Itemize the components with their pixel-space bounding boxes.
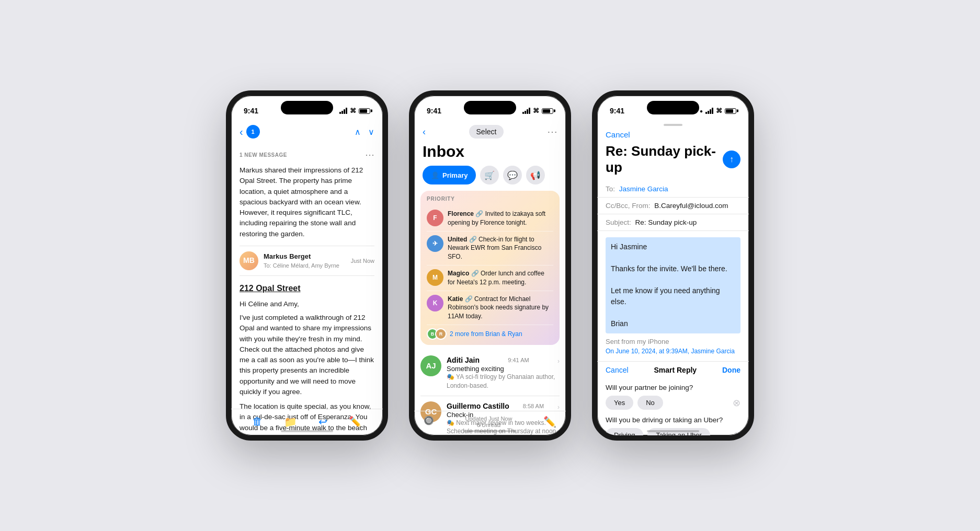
to-label: To: bbox=[606, 185, 615, 193]
priority-avatar-katie: K bbox=[427, 295, 443, 311]
cancel-button[interactable]: Cancel bbox=[606, 130, 630, 139]
q2-close-button[interactable]: ⊗ bbox=[733, 430, 740, 436]
more-options-inbox[interactable]: ⋯ bbox=[547, 125, 557, 138]
battery-icon-1 bbox=[359, 108, 370, 114]
inbox-header-guillermo: Guillermo Castillo 8:58 AM › bbox=[447, 401, 560, 411]
nav-right-1: ∧ ∨ bbox=[355, 127, 374, 137]
priority-name-katie: Katie bbox=[448, 295, 463, 303]
home-indicator-2 bbox=[464, 430, 516, 432]
sender-name: Markus Berget bbox=[264, 251, 346, 262]
subject-value[interactable]: Re: Sunday pick-up bbox=[635, 218, 697, 226]
nav-left-1: ‹ 1 bbox=[240, 125, 260, 138]
inbox-preview-aditi: 🎭 YA sci-fi trilogy by Ghanaian author, … bbox=[447, 373, 560, 390]
email-signature: Sent from my iPhone bbox=[606, 338, 740, 345]
more-from-row[interactable]: B R 2 more from Brian & Ryan bbox=[427, 325, 553, 340]
priority-item-magico[interactable]: M Magico 🔗 Order lunch and coffee for Ne… bbox=[427, 266, 553, 291]
inbox-content-aditi: Aditi Jain 9:41 AM › Something exciting … bbox=[447, 355, 560, 390]
new-message-banner: 1 NEW MESSAGE bbox=[240, 149, 287, 161]
more-avatars: B R bbox=[427, 328, 447, 340]
priority-label: PRIORITY bbox=[427, 196, 553, 202]
phone-email-detail: 9:41 ⌘ ‹ 1 ∧ ∨ bbox=[226, 90, 388, 441]
priority-avatar-magico: M bbox=[427, 269, 443, 286]
inbox-item-aditi[interactable]: AJ Aditi Jain 9:41 AM › Something exciti… bbox=[420, 350, 560, 396]
email-body-compose[interactable]: Hi Jasmine Thanks for the invite. We'll … bbox=[597, 231, 749, 361]
inbox-name-aditi: Aditi Jain bbox=[447, 356, 480, 364]
q1-yes-option[interactable]: Yes bbox=[606, 396, 633, 410]
inbox-avatar-aditi: AJ bbox=[420, 355, 441, 376]
signal-icon-2 bbox=[522, 108, 530, 114]
chevron-aditi: › bbox=[557, 357, 560, 365]
email-subject: 212 Opal Street bbox=[240, 282, 374, 295]
priority-avatar-united: ✈ bbox=[427, 235, 443, 252]
tab-shopping[interactable]: 🛒 bbox=[480, 166, 499, 184]
ccbcc-value[interactable]: B.Careyful@icloud.com bbox=[654, 202, 728, 210]
tab-primary[interactable]: 👤 Primary bbox=[423, 166, 476, 184]
smart-reply-done[interactable]: Done bbox=[722, 366, 740, 374]
email-preview-text: Markus shared their impressions of 212 O… bbox=[240, 165, 374, 239]
battery-icon-2 bbox=[542, 108, 553, 114]
trash-button[interactable]: 🗑 bbox=[252, 415, 263, 428]
sender-row: MB Markus Berget To: Céline Mélard, Amy … bbox=[240, 246, 374, 276]
priority-item-katie[interactable]: K Katie 🔗 Contract for Michael Robinson'… bbox=[427, 291, 553, 325]
phone-compose: 9:41 ● ⌘ Cancel Re: Sunday pick-up bbox=[592, 90, 754, 441]
back-button-1[interactable]: ‹ bbox=[240, 126, 243, 138]
nav-bar-2: ‹ Select ⋯ bbox=[414, 121, 566, 141]
compose-nav: Cancel bbox=[597, 127, 749, 143]
q1-no-option[interactable]: No bbox=[637, 396, 663, 410]
compose-new-button[interactable]: ✏️ bbox=[543, 415, 556, 428]
status-time-2: 9:41 bbox=[427, 107, 441, 115]
priority-name-florence: Florence bbox=[448, 210, 474, 217]
tab-promotions[interactable]: 📢 bbox=[526, 166, 545, 184]
question1-options: Yes No ⊗ bbox=[606, 396, 740, 410]
wifi-icon-2: ⌘ bbox=[533, 107, 539, 114]
sender-to[interactable]: To: Céline Mélard, Amy Byrne bbox=[264, 261, 346, 270]
to-value[interactable]: Jasmine Garcia bbox=[619, 185, 668, 193]
filter-icon[interactable]: 🔘 bbox=[424, 415, 434, 428]
dynamic-island-2 bbox=[464, 101, 516, 114]
subject-label: Subject: bbox=[606, 218, 631, 226]
priority-item-united[interactable]: ✈ United 🔗 Check-in for flight to Newark… bbox=[427, 232, 553, 266]
ccbcc-field-row: Cc/Bcc, From: B.Careyful@icloud.com bbox=[597, 198, 749, 214]
next-message-button[interactable]: ∨ bbox=[368, 127, 374, 137]
message-count-badge: 1 bbox=[246, 125, 260, 138]
q2-driving-option[interactable]: Driving bbox=[606, 428, 643, 435]
back-button-2[interactable]: ‹ bbox=[423, 126, 426, 137]
priority-summary-icon4: 🔗 bbox=[465, 295, 474, 303]
select-button[interactable]: Select bbox=[469, 125, 504, 138]
nav-bar-1: ‹ 1 ∧ ∨ bbox=[231, 121, 383, 143]
prev-message-button[interactable]: ∧ bbox=[355, 127, 361, 137]
status-time-1: 9:41 bbox=[244, 107, 258, 115]
signal-icon-3 bbox=[705, 108, 713, 114]
priority-text-united: United 🔗 Check-in for flight to Newark E… bbox=[448, 235, 553, 261]
compose-greeting: Hi Jasmine bbox=[611, 241, 735, 252]
battery-icon-3 bbox=[725, 108, 736, 114]
signal-icon-1 bbox=[339, 108, 347, 114]
person-icon: 👤 bbox=[431, 171, 439, 179]
status-icons-1: ⌘ bbox=[339, 107, 370, 114]
phone-inbox: 9:41 ⌘ ‹ Select ⋯ Inbox 👤 Pri bbox=[409, 90, 571, 441]
tab-chat[interactable]: 💬 bbox=[503, 166, 522, 184]
compose-sign: Brian bbox=[611, 318, 735, 329]
q1-close-button[interactable]: ⊗ bbox=[733, 397, 740, 409]
sender-avatar: MB bbox=[240, 251, 258, 270]
send-button[interactable]: ↑ bbox=[723, 151, 740, 168]
compose-button[interactable]: ✏️ bbox=[349, 415, 362, 428]
smart-reply-cancel[interactable]: Cancel bbox=[606, 366, 629, 374]
more-options-button[interactable]: ⋯ bbox=[365, 148, 374, 162]
home-indicator-1 bbox=[281, 430, 333, 432]
reply-button[interactable]: ↩ bbox=[318, 415, 327, 428]
phone1-screen: ‹ 1 ∧ ∨ 1 NEW MESSAGE ⋯ Markus shared th… bbox=[231, 121, 383, 435]
email-para1: I've just completed a walkthrough of 212… bbox=[240, 313, 374, 397]
question1-label: Will your partner be joining? bbox=[606, 384, 740, 391]
to-field-row: To: Jasmine Garcia bbox=[597, 181, 749, 198]
mini-avatar-2: R bbox=[435, 328, 447, 340]
priority-item-florence[interactable]: F Florence 🔗 Invited to izakaya soft ope… bbox=[427, 206, 553, 232]
ccbcc-label: Cc/Bcc, From: bbox=[606, 202, 651, 210]
folder-button[interactable]: 📁 bbox=[284, 415, 297, 428]
dynamic-island-3 bbox=[647, 101, 699, 114]
subject-field-row: Subject: Re: Sunday pick-up bbox=[597, 214, 749, 231]
updated-text: Updated Just Now bbox=[465, 415, 512, 422]
home-indicator-3 bbox=[647, 430, 699, 432]
sender-time: Just Now bbox=[351, 257, 374, 266]
dynamic-island bbox=[281, 101, 333, 114]
